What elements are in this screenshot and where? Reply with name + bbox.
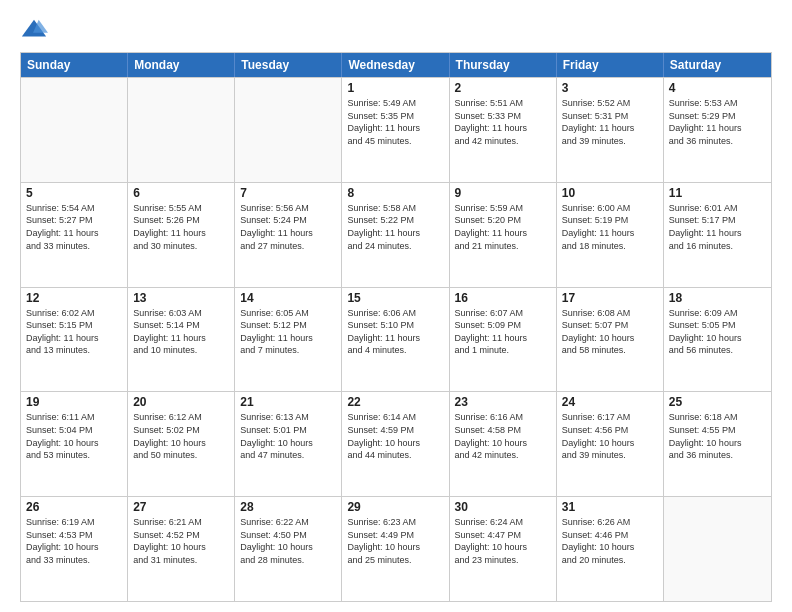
day-number: 28 xyxy=(240,500,336,514)
day-info: Sunrise: 6:13 AM Sunset: 5:01 PM Dayligh… xyxy=(240,411,336,461)
calendar-row: 19Sunrise: 6:11 AM Sunset: 5:04 PM Dayli… xyxy=(21,391,771,496)
calendar-cell: 30Sunrise: 6:24 AM Sunset: 4:47 PM Dayli… xyxy=(450,497,557,601)
calendar-cell: 12Sunrise: 6:02 AM Sunset: 5:15 PM Dayli… xyxy=(21,288,128,392)
day-info: Sunrise: 6:14 AM Sunset: 4:59 PM Dayligh… xyxy=(347,411,443,461)
day-number: 25 xyxy=(669,395,766,409)
calendar-row: 5Sunrise: 5:54 AM Sunset: 5:27 PM Daylig… xyxy=(21,182,771,287)
day-info: Sunrise: 6:05 AM Sunset: 5:12 PM Dayligh… xyxy=(240,307,336,357)
day-number: 12 xyxy=(26,291,122,305)
calendar-cell: 9Sunrise: 5:59 AM Sunset: 5:20 PM Daylig… xyxy=(450,183,557,287)
logo xyxy=(20,16,52,44)
weekday-header: Sunday xyxy=(21,53,128,77)
calendar-cell: 2Sunrise: 5:51 AM Sunset: 5:33 PM Daylig… xyxy=(450,78,557,182)
day-number: 4 xyxy=(669,81,766,95)
day-number: 2 xyxy=(455,81,551,95)
calendar-cell: 26Sunrise: 6:19 AM Sunset: 4:53 PM Dayli… xyxy=(21,497,128,601)
day-info: Sunrise: 5:59 AM Sunset: 5:20 PM Dayligh… xyxy=(455,202,551,252)
day-number: 19 xyxy=(26,395,122,409)
day-number: 21 xyxy=(240,395,336,409)
day-number: 13 xyxy=(133,291,229,305)
day-number: 29 xyxy=(347,500,443,514)
page: SundayMondayTuesdayWednesdayThursdayFrid… xyxy=(0,0,792,612)
calendar-cell: 27Sunrise: 6:21 AM Sunset: 4:52 PM Dayli… xyxy=(128,497,235,601)
day-number: 22 xyxy=(347,395,443,409)
weekday-header: Thursday xyxy=(450,53,557,77)
day-number: 6 xyxy=(133,186,229,200)
day-info: Sunrise: 5:56 AM Sunset: 5:24 PM Dayligh… xyxy=(240,202,336,252)
day-info: Sunrise: 6:24 AM Sunset: 4:47 PM Dayligh… xyxy=(455,516,551,566)
calendar-cell: 6Sunrise: 5:55 AM Sunset: 5:26 PM Daylig… xyxy=(128,183,235,287)
day-info: Sunrise: 6:21 AM Sunset: 4:52 PM Dayligh… xyxy=(133,516,229,566)
day-info: Sunrise: 6:19 AM Sunset: 4:53 PM Dayligh… xyxy=(26,516,122,566)
calendar-cell: 19Sunrise: 6:11 AM Sunset: 5:04 PM Dayli… xyxy=(21,392,128,496)
day-number: 27 xyxy=(133,500,229,514)
calendar-cell: 3Sunrise: 5:52 AM Sunset: 5:31 PM Daylig… xyxy=(557,78,664,182)
calendar: SundayMondayTuesdayWednesdayThursdayFrid… xyxy=(20,52,772,602)
day-info: Sunrise: 6:01 AM Sunset: 5:17 PM Dayligh… xyxy=(669,202,766,252)
day-info: Sunrise: 6:03 AM Sunset: 5:14 PM Dayligh… xyxy=(133,307,229,357)
day-info: Sunrise: 6:17 AM Sunset: 4:56 PM Dayligh… xyxy=(562,411,658,461)
calendar-cell: 31Sunrise: 6:26 AM Sunset: 4:46 PM Dayli… xyxy=(557,497,664,601)
calendar-cell: 22Sunrise: 6:14 AM Sunset: 4:59 PM Dayli… xyxy=(342,392,449,496)
day-number: 30 xyxy=(455,500,551,514)
calendar-cell: 10Sunrise: 6:00 AM Sunset: 5:19 PM Dayli… xyxy=(557,183,664,287)
calendar-row: 26Sunrise: 6:19 AM Sunset: 4:53 PM Dayli… xyxy=(21,496,771,601)
day-info: Sunrise: 6:11 AM Sunset: 5:04 PM Dayligh… xyxy=(26,411,122,461)
calendar-cell xyxy=(235,78,342,182)
weekday-header: Wednesday xyxy=(342,53,449,77)
day-info: Sunrise: 6:26 AM Sunset: 4:46 PM Dayligh… xyxy=(562,516,658,566)
day-info: Sunrise: 5:58 AM Sunset: 5:22 PM Dayligh… xyxy=(347,202,443,252)
day-number: 24 xyxy=(562,395,658,409)
day-number: 11 xyxy=(669,186,766,200)
day-number: 7 xyxy=(240,186,336,200)
weekday-header: Tuesday xyxy=(235,53,342,77)
calendar-cell: 1Sunrise: 5:49 AM Sunset: 5:35 PM Daylig… xyxy=(342,78,449,182)
day-number: 31 xyxy=(562,500,658,514)
day-info: Sunrise: 6:02 AM Sunset: 5:15 PM Dayligh… xyxy=(26,307,122,357)
day-info: Sunrise: 6:23 AM Sunset: 4:49 PM Dayligh… xyxy=(347,516,443,566)
day-number: 20 xyxy=(133,395,229,409)
day-info: Sunrise: 5:49 AM Sunset: 5:35 PM Dayligh… xyxy=(347,97,443,147)
calendar-cell: 24Sunrise: 6:17 AM Sunset: 4:56 PM Dayli… xyxy=(557,392,664,496)
day-number: 5 xyxy=(26,186,122,200)
calendar-cell: 16Sunrise: 6:07 AM Sunset: 5:09 PM Dayli… xyxy=(450,288,557,392)
day-number: 17 xyxy=(562,291,658,305)
calendar-cell: 20Sunrise: 6:12 AM Sunset: 5:02 PM Dayli… xyxy=(128,392,235,496)
day-number: 16 xyxy=(455,291,551,305)
day-info: Sunrise: 6:00 AM Sunset: 5:19 PM Dayligh… xyxy=(562,202,658,252)
calendar-cell: 15Sunrise: 6:06 AM Sunset: 5:10 PM Dayli… xyxy=(342,288,449,392)
day-number: 23 xyxy=(455,395,551,409)
day-info: Sunrise: 6:07 AM Sunset: 5:09 PM Dayligh… xyxy=(455,307,551,357)
logo-icon xyxy=(20,16,48,44)
calendar-cell: 25Sunrise: 6:18 AM Sunset: 4:55 PM Dayli… xyxy=(664,392,771,496)
day-info: Sunrise: 6:08 AM Sunset: 5:07 PM Dayligh… xyxy=(562,307,658,357)
calendar-cell xyxy=(664,497,771,601)
day-number: 26 xyxy=(26,500,122,514)
calendar-cell: 23Sunrise: 6:16 AM Sunset: 4:58 PM Dayli… xyxy=(450,392,557,496)
calendar-cell: 8Sunrise: 5:58 AM Sunset: 5:22 PM Daylig… xyxy=(342,183,449,287)
day-info: Sunrise: 6:22 AM Sunset: 4:50 PM Dayligh… xyxy=(240,516,336,566)
calendar-cell: 28Sunrise: 6:22 AM Sunset: 4:50 PM Dayli… xyxy=(235,497,342,601)
day-number: 14 xyxy=(240,291,336,305)
day-number: 18 xyxy=(669,291,766,305)
calendar-cell: 13Sunrise: 6:03 AM Sunset: 5:14 PM Dayli… xyxy=(128,288,235,392)
calendar-cell xyxy=(128,78,235,182)
day-info: Sunrise: 6:12 AM Sunset: 5:02 PM Dayligh… xyxy=(133,411,229,461)
day-info: Sunrise: 5:51 AM Sunset: 5:33 PM Dayligh… xyxy=(455,97,551,147)
calendar-cell: 21Sunrise: 6:13 AM Sunset: 5:01 PM Dayli… xyxy=(235,392,342,496)
calendar-cell: 11Sunrise: 6:01 AM Sunset: 5:17 PM Dayli… xyxy=(664,183,771,287)
weekday-header: Monday xyxy=(128,53,235,77)
day-info: Sunrise: 5:55 AM Sunset: 5:26 PM Dayligh… xyxy=(133,202,229,252)
day-info: Sunrise: 5:52 AM Sunset: 5:31 PM Dayligh… xyxy=(562,97,658,147)
weekday-header: Friday xyxy=(557,53,664,77)
day-info: Sunrise: 6:16 AM Sunset: 4:58 PM Dayligh… xyxy=(455,411,551,461)
calendar-cell: 29Sunrise: 6:23 AM Sunset: 4:49 PM Dayli… xyxy=(342,497,449,601)
day-info: Sunrise: 5:54 AM Sunset: 5:27 PM Dayligh… xyxy=(26,202,122,252)
weekday-header: Saturday xyxy=(664,53,771,77)
day-number: 15 xyxy=(347,291,443,305)
day-number: 10 xyxy=(562,186,658,200)
calendar-cell: 18Sunrise: 6:09 AM Sunset: 5:05 PM Dayli… xyxy=(664,288,771,392)
calendar-header: SundayMondayTuesdayWednesdayThursdayFrid… xyxy=(21,53,771,77)
calendar-cell: 4Sunrise: 5:53 AM Sunset: 5:29 PM Daylig… xyxy=(664,78,771,182)
calendar-body: 1Sunrise: 5:49 AM Sunset: 5:35 PM Daylig… xyxy=(21,77,771,601)
